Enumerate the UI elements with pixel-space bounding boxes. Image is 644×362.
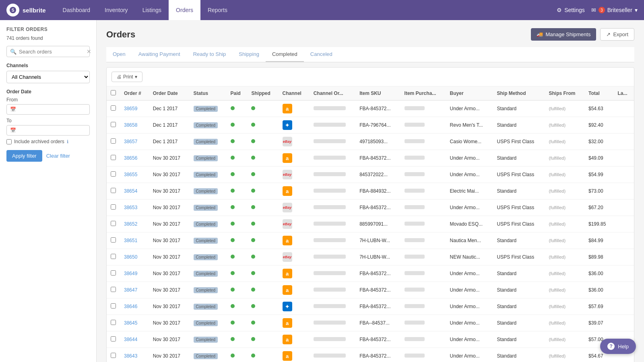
order-number-link[interactable]: 38649	[124, 271, 137, 276]
ships-from: (fulfilled)	[545, 331, 584, 348]
search-box: 🔍 ✕	[6, 46, 90, 57]
search-input[interactable]	[19, 49, 87, 55]
select-all-checkbox[interactable]	[111, 90, 116, 95]
buyer-name: Under Armo...	[446, 101, 493, 117]
order-number-link[interactable]: 38651	[124, 238, 137, 243]
channel-order-blurred	[314, 222, 346, 226]
shipped-indicator	[251, 139, 255, 143]
row-checkbox[interactable]	[111, 122, 116, 127]
tab-ready[interactable]: Ready to Ship	[187, 47, 233, 62]
order-number-link[interactable]: 38654	[124, 188, 137, 194]
nav-listings[interactable]: Listings	[135, 0, 169, 20]
row-checkbox[interactable]	[111, 336, 116, 341]
order-number-link[interactable]: 38650	[124, 254, 137, 260]
order-date: Nov 30 2017	[149, 200, 190, 216]
shipped-indicator	[251, 106, 255, 110]
buyer-name: Under Armo...	[446, 200, 493, 216]
user-label: Briteseller	[607, 7, 632, 13]
row-checkbox[interactable]	[111, 155, 116, 160]
channels-select[interactable]: All Channels	[6, 71, 90, 83]
order-number-link[interactable]: 38645	[124, 320, 137, 326]
channel-ebay-icon: eBay	[283, 137, 292, 146]
nav-orders[interactable]: Orders	[169, 0, 200, 20]
nav-reports[interactable]: Reports	[200, 0, 235, 20]
apply-filter-button[interactable]: Apply filter	[6, 150, 42, 162]
order-number-link[interactable]: 38658	[124, 122, 137, 128]
order-number-link[interactable]: 38657	[124, 139, 137, 144]
channel-amazon-icon: a	[283, 153, 292, 163]
order-number-link[interactable]: 38646	[124, 304, 137, 309]
date-from-section: From 📅	[6, 97, 90, 115]
row-checkbox[interactable]	[111, 188, 116, 193]
item-sku: FBA-845372...	[355, 200, 400, 216]
item-purchase-blurred	[405, 172, 425, 176]
notification-badge: 3	[599, 7, 605, 13]
row-checkbox[interactable]	[111, 353, 116, 358]
row-checkbox[interactable]	[111, 237, 116, 243]
row-checkbox[interactable]	[111, 138, 116, 144]
settings-button[interactable]: Settings	[557, 7, 585, 13]
from-date-input[interactable]	[18, 107, 86, 112]
orders-table: Order # Order Date Status Paid Shipped C…	[107, 86, 634, 362]
status-badge: Completed	[194, 271, 218, 277]
user-menu[interactable]: 3 Briteseller	[591, 7, 638, 13]
order-date: Nov 30 2017	[149, 348, 190, 362]
clear-filter-button[interactable]: Clear filter	[46, 153, 70, 159]
nav-inventory[interactable]: Inventory	[97, 0, 135, 20]
item-purchase-blurred	[405, 139, 425, 143]
row-checkbox[interactable]	[111, 320, 116, 325]
row-checkbox[interactable]	[111, 204, 116, 210]
order-number-link[interactable]: 38652	[124, 221, 137, 227]
buyer-name: Movado ESQ...	[446, 216, 493, 232]
row-checkbox[interactable]	[111, 303, 116, 309]
row-checkbox[interactable]	[111, 221, 116, 226]
include-archived-checkbox[interactable]	[6, 139, 12, 144]
nav-dashboard[interactable]: Dashboard	[56, 0, 98, 20]
status-badge: Completed	[194, 139, 218, 145]
channel-amazon-icon: a	[283, 351, 292, 361]
paid-indicator	[231, 288, 235, 292]
ship-method: Standard	[493, 265, 545, 282]
tab-shipping[interactable]: Shipping	[232, 47, 266, 62]
row-checkbox[interactable]	[111, 270, 116, 276]
order-number-link[interactable]: 38643	[124, 353, 137, 359]
order-date: Nov 30 2017	[149, 331, 190, 348]
tab-awaiting[interactable]: Awaiting Payment	[132, 47, 187, 62]
channel-amazon-icon: a	[283, 318, 292, 328]
order-number-link[interactable]: 38655	[124, 172, 137, 177]
sidebar-title: FILTER ORDERS	[6, 27, 90, 32]
buyer-name: Under Armo...	[446, 150, 493, 167]
manage-shipments-button[interactable]: 🚚 Manage Shipments	[531, 28, 596, 41]
search-icon: 🔍	[10, 49, 17, 55]
order-total: $54.99	[584, 167, 614, 183]
logo[interactable]: S sellbrite	[6, 4, 46, 16]
order-total: $57.69	[584, 298, 614, 315]
tab-open[interactable]: Open	[106, 47, 132, 62]
export-button[interactable]: ↗ Export	[600, 28, 634, 41]
export-label: Export	[613, 31, 628, 37]
item-purchase-blurred	[405, 337, 425, 341]
ship-method: USPS First Class	[493, 249, 545, 265]
row-checkbox[interactable]	[111, 287, 116, 292]
ships-from: (fulfilled)	[545, 167, 584, 183]
tab-cancelled[interactable]: Canceled	[304, 47, 339, 62]
item-purchase-blurred	[405, 288, 425, 292]
row-checkbox[interactable]	[111, 171, 116, 177]
buyer-name: Under Armo...	[446, 282, 493, 298]
row-checkbox[interactable]	[111, 105, 116, 111]
clear-search-icon[interactable]: ✕	[87, 48, 91, 55]
row-checkbox[interactable]	[111, 254, 116, 259]
buyer-name: Under Armo...	[446, 348, 493, 362]
to-date-input[interactable]	[18, 128, 86, 133]
order-number-link[interactable]: 38644	[124, 337, 137, 342]
print-button[interactable]: 🖨 Print	[111, 72, 142, 82]
tab-completed[interactable]: Completed	[266, 47, 304, 62]
help-button[interactable]: ? Help	[600, 339, 636, 354]
paid-indicator	[231, 354, 235, 358]
item-purchase-blurred	[405, 106, 425, 110]
order-number-link[interactable]: 38653	[124, 205, 137, 210]
order-number-link[interactable]: 38659	[124, 106, 137, 111]
order-number-link[interactable]: 38647	[124, 287, 137, 293]
order-date: Nov 30 2017	[149, 298, 190, 315]
order-number-link[interactable]: 38656	[124, 155, 137, 161]
